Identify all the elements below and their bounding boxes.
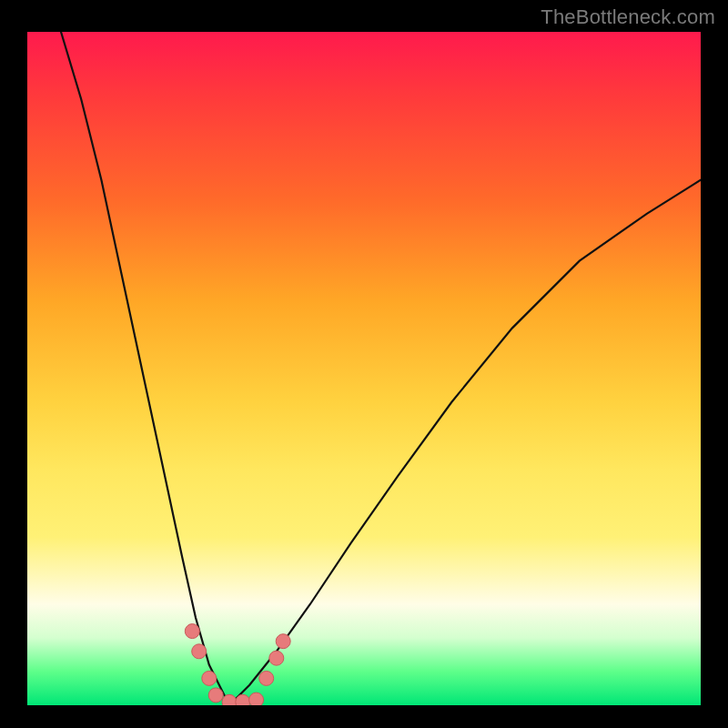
series-right-curve xyxy=(229,180,701,705)
marker-point xyxy=(192,644,207,659)
marker-point xyxy=(202,671,217,685)
series-group xyxy=(61,32,701,705)
watermark-text: TheBottleneck.com xyxy=(541,5,715,29)
marker-point xyxy=(236,694,250,705)
marker-point xyxy=(222,694,237,705)
plot-area xyxy=(27,32,701,705)
marker-point xyxy=(208,688,223,703)
marker-point xyxy=(185,624,199,639)
chart-svg xyxy=(27,32,701,705)
marker-point xyxy=(276,634,290,649)
marker-point xyxy=(259,671,274,685)
series-left-curve xyxy=(61,32,229,705)
marker-point xyxy=(269,651,284,665)
chart-frame: TheBottleneck.com xyxy=(0,0,728,728)
marker-point xyxy=(249,693,264,705)
